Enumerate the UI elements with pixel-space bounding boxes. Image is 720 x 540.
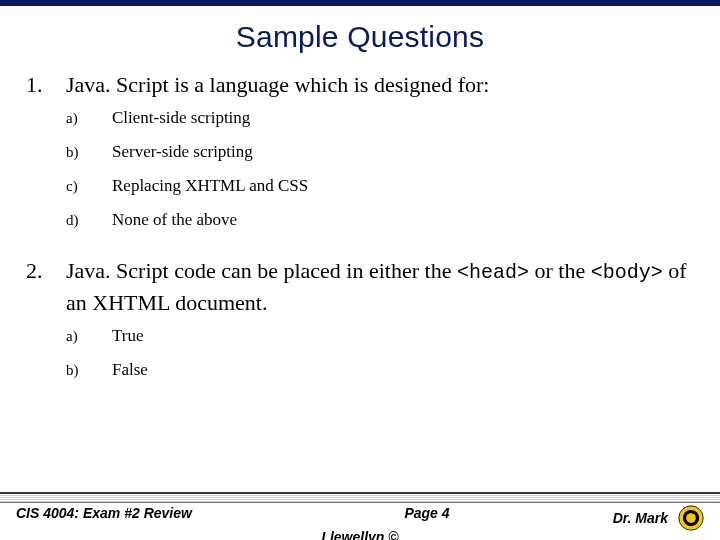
option-text: Client-side scripting — [112, 108, 250, 128]
question-1-options: a) Client-side scripting b) Server-side … — [66, 108, 694, 230]
footer-page: Page 4 — [290, 505, 564, 521]
slide-title: Sample Questions — [0, 20, 720, 54]
question-text-part: or the — [529, 258, 591, 283]
option-letter: b) — [66, 144, 112, 161]
option-text: True — [112, 326, 144, 346]
option-text: Server-side scripting — [112, 142, 253, 162]
slide-content: 1. Java. Script is a language which is d… — [0, 70, 720, 380]
option-text: None of the above — [112, 210, 237, 230]
question-text: Java. Script is a language which is desi… — [66, 70, 489, 100]
option: b) False — [66, 360, 694, 380]
option-text: False — [112, 360, 148, 380]
footer-rule — [0, 492, 720, 503]
option-letter: a) — [66, 328, 112, 345]
ucf-logo-icon — [678, 505, 704, 531]
footer-author: Dr. Mark — [613, 510, 668, 526]
code-body: <body> — [591, 261, 663, 284]
option-letter: c) — [66, 178, 112, 195]
option-text: Replacing XHTML and CSS — [112, 176, 308, 196]
question-2-options: a) True b) False — [66, 326, 694, 380]
svg-point-2 — [686, 513, 696, 523]
question-text-part: Java. Script code can be placed in eithe… — [66, 258, 457, 283]
footer-course: CIS 4004: Exam #2 Review — [16, 505, 290, 521]
option: a) Client-side scripting — [66, 108, 694, 128]
option: b) Server-side scripting — [66, 142, 694, 162]
question-number: 2. — [26, 256, 66, 286]
option-letter: b) — [66, 362, 112, 379]
option: c) Replacing XHTML and CSS — [66, 176, 694, 196]
option-letter: a) — [66, 110, 112, 127]
question-text: Java. Script code can be placed in eithe… — [66, 256, 694, 318]
footer: CIS 4004: Exam #2 Review Page 4 Dr. Mark… — [0, 492, 720, 540]
question-1: 1. Java. Script is a language which is d… — [26, 70, 694, 100]
footer-row: CIS 4004: Exam #2 Review Page 4 Dr. Mark — [0, 503, 720, 531]
question-number: 1. — [26, 70, 66, 100]
code-head: <head> — [457, 261, 529, 284]
question-2: 2. Java. Script code can be placed in ei… — [26, 256, 694, 318]
top-rule — [0, 0, 720, 6]
option: d) None of the above — [66, 210, 694, 230]
option: a) True — [66, 326, 694, 346]
footer-author-block: Dr. Mark — [564, 505, 704, 531]
option-letter: d) — [66, 212, 112, 229]
